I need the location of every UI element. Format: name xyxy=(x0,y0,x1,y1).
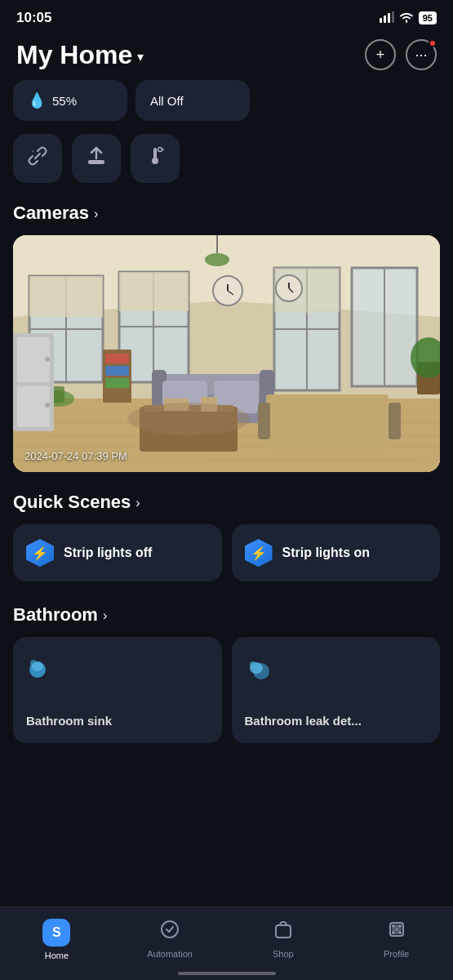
bathroom-leak-icon xyxy=(245,653,428,688)
svg-point-76 xyxy=(250,662,256,668)
strip-lights-on-icon: ⚡ xyxy=(245,539,273,567)
plus-icon: + xyxy=(376,47,385,64)
profile-nav-icon xyxy=(386,919,407,945)
svg-rect-48 xyxy=(266,394,389,452)
quick-scenes-section-header[interactable]: Quick Scenes › xyxy=(0,492,453,524)
strip-lights-off-label: Strip lights off xyxy=(64,546,152,560)
svg-rect-27 xyxy=(119,272,189,311)
humidity-icon: 💧 xyxy=(28,91,46,109)
status-time: 10:05 xyxy=(16,10,51,26)
svg-rect-49 xyxy=(258,403,270,439)
humidity-value: 55% xyxy=(52,94,77,108)
svg-rect-1 xyxy=(384,16,386,23)
svg-point-80 xyxy=(392,924,395,928)
svg-point-82 xyxy=(392,931,395,934)
svg-rect-53 xyxy=(17,386,50,427)
svg-point-77 xyxy=(162,921,178,938)
thermometer-icon xyxy=(144,145,166,172)
quick-scenes-title: Quick Scenes xyxy=(13,492,131,513)
automation-nav-label: Automation xyxy=(147,949,193,959)
bathroom-sink-name: Bathroom sink xyxy=(26,713,209,729)
svg-rect-37 xyxy=(52,386,64,403)
upload-icon xyxy=(86,145,107,172)
link-icon xyxy=(27,145,48,172)
strip-lights-off-button[interactable]: ⚡ Strip lights off xyxy=(13,524,222,581)
cameras-section-header[interactable]: Cameras › xyxy=(0,203,453,235)
wifi-icon xyxy=(399,11,414,25)
signal-icon xyxy=(380,11,394,25)
svg-point-81 xyxy=(398,924,402,928)
top-cards-row: 💧 55% All Off xyxy=(0,80,453,134)
svg-point-55 xyxy=(45,403,50,408)
cameras-title: Cameras xyxy=(13,203,89,224)
bathroom-leak-detector-card[interactable]: Bathroom leak det... xyxy=(232,637,441,743)
home-indicator xyxy=(178,972,276,975)
home-nav-label: Home xyxy=(45,951,69,960)
svg-rect-6 xyxy=(153,148,157,159)
svg-point-54 xyxy=(45,357,50,362)
svg-rect-2 xyxy=(388,13,390,23)
bottom-nav: S Home Automation Shop xyxy=(0,906,453,980)
header-actions: + ··· xyxy=(365,39,437,70)
bathroom-sink-icon xyxy=(26,653,209,688)
camera-feed-container[interactable]: 2024-07-24 07:39 PM xyxy=(13,235,440,472)
home-nav-icon: S xyxy=(42,919,70,947)
temperature-action-button[interactable] xyxy=(131,134,180,183)
all-off-label: All Off xyxy=(150,94,184,108)
cameras-chevron-icon: › xyxy=(94,207,98,221)
bathroom-sink-card[interactable]: Bathroom sink xyxy=(13,637,222,743)
svg-point-73 xyxy=(30,660,37,666)
svg-rect-3 xyxy=(392,11,394,23)
bathroom-chevron-icon: › xyxy=(103,608,107,623)
svg-point-60 xyxy=(205,253,229,266)
strip-lights-off-icon: ⚡ xyxy=(26,539,54,567)
svg-point-8 xyxy=(158,148,162,152)
nav-shop[interactable]: Shop xyxy=(227,915,340,964)
nav-home[interactable]: S Home xyxy=(0,915,113,964)
bathroom-device-cards: Bathroom sink Bathroom leak det... xyxy=(0,637,453,763)
home-title-row[interactable]: My Home ▾ xyxy=(16,40,144,70)
shop-nav-label: Shop xyxy=(273,949,294,959)
svg-rect-78 xyxy=(276,925,291,938)
humidity-card[interactable]: 💧 55% xyxy=(13,80,127,121)
svg-rect-52 xyxy=(17,337,50,382)
camera-feed xyxy=(13,235,440,472)
scenes-row: ⚡ Strip lights off ⚡ Strip lights on xyxy=(0,524,453,604)
more-button[interactable]: ··· xyxy=(406,39,437,70)
strip-lights-on-label: Strip lights on xyxy=(282,546,371,560)
svg-line-4 xyxy=(32,150,33,152)
all-off-card[interactable]: All Off xyxy=(135,80,250,121)
svg-rect-58 xyxy=(105,366,129,376)
svg-rect-59 xyxy=(105,378,129,388)
svg-rect-0 xyxy=(380,18,382,23)
nav-automation[interactable]: Automation xyxy=(113,915,227,964)
add-button[interactable]: + xyxy=(365,39,396,70)
notification-dot xyxy=(429,39,437,47)
camera-timestamp: 2024-07-24 07:39 PM xyxy=(24,450,127,462)
status-bar: 10:05 95 xyxy=(0,0,453,33)
app-header: My Home ▾ + ··· xyxy=(0,33,453,80)
bathroom-section-header[interactable]: Bathroom › xyxy=(0,604,453,637)
svg-rect-22 xyxy=(29,276,103,317)
nav-profile[interactable]: Profile xyxy=(340,915,453,964)
title-chevron-icon: ▾ xyxy=(137,49,144,65)
quick-scenes-chevron-icon: › xyxy=(135,496,140,510)
svg-rect-57 xyxy=(105,354,129,363)
automation-nav-icon xyxy=(159,919,180,945)
bathroom-title: Bathroom xyxy=(13,604,98,626)
shop-nav-icon xyxy=(273,919,294,945)
svg-rect-85 xyxy=(392,928,402,931)
svg-rect-50 xyxy=(389,403,401,439)
home-letter: S xyxy=(52,925,61,940)
upload-action-button[interactable] xyxy=(72,134,121,183)
strip-lights-on-button[interactable]: ⚡ Strip lights on xyxy=(232,524,441,581)
bathroom-leak-name: Bathroom leak det... xyxy=(245,713,428,729)
more-icon: ··· xyxy=(415,47,427,64)
svg-point-83 xyxy=(398,931,402,934)
battery-indicator: 95 xyxy=(419,11,437,24)
page-title: My Home xyxy=(16,40,132,70)
status-icons: 95 xyxy=(380,11,437,25)
link-action-button[interactable] xyxy=(13,134,62,183)
profile-nav-label: Profile xyxy=(384,949,409,959)
svg-point-7 xyxy=(152,158,158,164)
